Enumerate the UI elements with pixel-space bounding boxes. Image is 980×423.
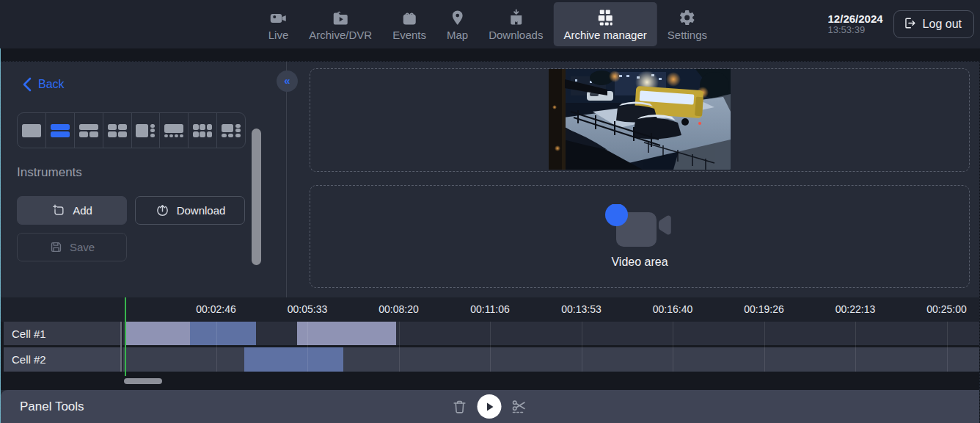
timeline-tick-label: 00:19:26 <box>744 303 784 315</box>
timeline-tick-label: 00:02:46 <box>196 303 236 315</box>
timeline-gridline <box>307 322 308 372</box>
layout-grid-3x2-button[interactable] <box>189 113 217 148</box>
timeline-row-label-cell-1[interactable]: Cell #1 <box>4 322 120 345</box>
video-stage: Video area <box>287 62 979 297</box>
play-icon <box>483 401 495 413</box>
cut-button[interactable] <box>511 398 529 416</box>
layout-bar-top-4-button[interactable] <box>160 113 189 148</box>
save-button[interactable]: Save <box>17 233 127 261</box>
timeline-gridline <box>855 322 856 372</box>
timeline-tick-label: 00:11:06 <box>470 303 509 315</box>
camera-snapshot[interactable] <box>549 69 731 170</box>
events-calendar-icon <box>401 7 419 26</box>
timeline-playhead[interactable] <box>125 297 126 376</box>
timeline-gridline <box>399 322 400 372</box>
layout-big-plus-small-button[interactable] <box>217 113 245 148</box>
nav-tabs: LiveArchive/DVREventsMapDownloadsArchive… <box>258 0 717 48</box>
workspace-frame: Back Instruments Add <box>0 61 980 423</box>
add-button[interactable]: Add <box>17 196 127 225</box>
timeline-gridline <box>216 322 217 372</box>
timeline-gridline <box>490 322 491 372</box>
timeline-gridline <box>582 322 582 372</box>
collapse-sidebar-button[interactable]: « <box>277 70 298 92</box>
tab-label: Live <box>268 29 289 41</box>
layout-picker <box>17 112 246 148</box>
add-cell-icon <box>51 203 66 218</box>
current-date: 12/26/2024 <box>828 12 883 25</box>
tab-events[interactable]: Events <box>382 2 436 46</box>
instruments-title: Instruments <box>17 165 82 180</box>
tab-downloads[interactable]: Downloads <box>478 2 553 46</box>
timeline-vscroll-thumb[interactable] <box>120 322 122 372</box>
live-camera-icon <box>269 7 288 26</box>
timeline-row-label-cell-2[interactable]: Cell #2 <box>4 347 120 372</box>
tab-label: Events <box>392 29 426 41</box>
back-button[interactable]: Back <box>22 77 65 92</box>
tab-map[interactable]: Map <box>436 2 478 46</box>
layout-grid-3x2-icon <box>193 124 212 137</box>
save-label: Save <box>70 241 95 253</box>
video-area-label: Video area <box>611 256 668 269</box>
app-window: LiveArchive/DVREventsMapDownloadsArchive… <box>0 0 980 423</box>
tab-archive-manager[interactable]: Archive manager <box>553 2 657 46</box>
content-area: Back Instruments Add <box>1 62 979 297</box>
video-camera-placeholder-icon <box>604 204 675 250</box>
timeline-tracks: Cell #1Cell #2 <box>1 322 979 372</box>
timeline-tick-label: 00:05:33 <box>288 303 328 315</box>
clock: 12/26/2024 13:53:39 <box>828 12 883 36</box>
panel-tools-bar: Panel Tools <box>1 390 979 423</box>
download-button[interactable]: Download <box>135 196 245 225</box>
trash-icon <box>452 398 468 416</box>
timeline-gridline <box>673 322 673 372</box>
scissors-icon <box>511 398 529 416</box>
layout-single-button[interactable] <box>18 113 46 148</box>
timeline-tick-label: 00:16:40 <box>653 303 693 315</box>
logout-label: Log out <box>923 18 962 31</box>
layout-bar-top-2-icon <box>79 124 98 137</box>
timeline-ruler[interactable]: 00:02:4600:05:3300:08:2000:11:0600:13:53… <box>1 297 979 322</box>
timeline-clip-segment[interactable] <box>125 322 190 345</box>
timeline-hscroll-track[interactable] <box>1 372 979 390</box>
video-slot-2[interactable]: Video area <box>310 185 970 288</box>
top-navigation: LiveArchive/DVREventsMapDownloadsArchive… <box>0 0 980 48</box>
tab-label: Archive/DVR <box>309 29 372 41</box>
window-left-edge-highlight <box>0 48 1 423</box>
timeline-tick-label: 00:25:00 <box>926 303 967 315</box>
timeline-clip-segment[interactable] <box>297 322 395 345</box>
layout-bar-top-2-button[interactable] <box>75 113 103 148</box>
save-floppy-icon <box>49 240 63 254</box>
timeline-clip-segment[interactable] <box>244 347 343 372</box>
layout-big-left-3-button[interactable] <box>132 113 161 148</box>
add-label: Add <box>73 204 92 217</box>
layout-two-rows-button[interactable] <box>46 113 75 148</box>
tab-label: Archive manager <box>563 29 646 41</box>
tab-label: Settings <box>668 29 707 41</box>
archive-manager-grid-icon <box>596 7 615 26</box>
topbar-shadow-strip <box>0 48 980 61</box>
timeline-tick-label: 00:08:20 <box>379 303 419 315</box>
timeline-tick-label: 00:13:53 <box>561 303 601 315</box>
sidebar: Back Instruments Add <box>1 62 287 297</box>
layout-grid-2x2-button[interactable] <box>103 113 132 148</box>
layout-single-icon <box>22 124 41 137</box>
back-label: Back <box>38 78 65 91</box>
timeline-clip-segment[interactable] <box>190 322 256 345</box>
panel-tools-actions <box>452 390 529 423</box>
layout-bar-top-4-icon <box>164 124 183 137</box>
tab-settings[interactable]: Settings <box>657 2 717 46</box>
logout-button[interactable]: Log out <box>893 10 974 38</box>
video-slot-1[interactable] <box>310 68 970 172</box>
delete-button[interactable] <box>452 398 468 416</box>
sidebar-scrollbar-thumb[interactable] <box>252 129 261 265</box>
chevron-left-icon <box>22 77 33 92</box>
timeline-hscroll-thumb[interactable] <box>124 378 162 384</box>
download-label: Download <box>177 204 226 217</box>
tab-archive-dvr[interactable]: Archive/DVR <box>299 2 382 46</box>
tab-live[interactable]: Live <box>258 2 299 46</box>
download-arrow-icon <box>155 203 170 218</box>
settings-gear-icon <box>679 7 696 26</box>
play-button[interactable] <box>478 394 502 419</box>
timeline-tick-label: 00:22:13 <box>835 303 876 315</box>
tab-label: Map <box>447 29 468 41</box>
layout-big-plus-small-icon <box>222 124 241 137</box>
